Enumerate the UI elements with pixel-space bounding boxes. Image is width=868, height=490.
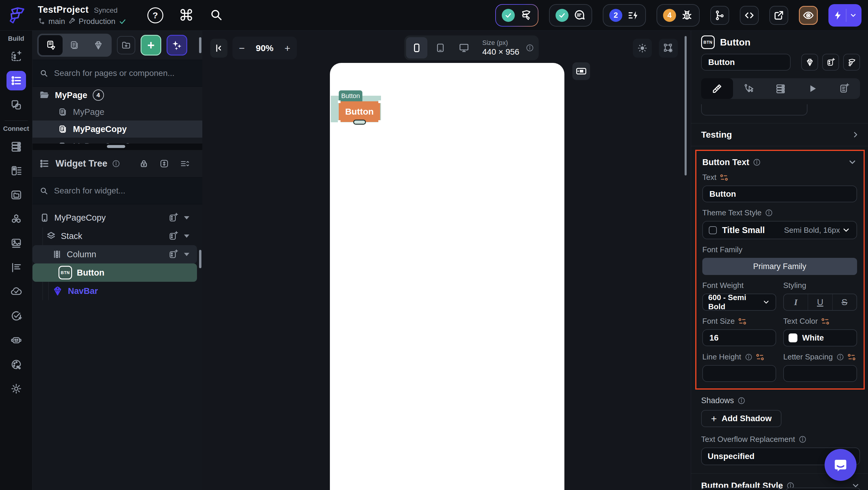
line-height-input[interactable]	[702, 365, 776, 382]
set-from-variable-icon[interactable]	[822, 318, 830, 325]
rail-settings-button[interactable]	[6, 379, 26, 398]
testing-section-header[interactable]: Testing	[701, 123, 860, 146]
size-info-icon[interactable]	[526, 44, 534, 52]
resize-handle[interactable]	[353, 120, 366, 125]
font-family-button[interactable]: Primary Family	[702, 258, 857, 275]
width-input-clipped[interactable]	[701, 488, 780, 490]
button-text-section-header[interactable]: Button Text	[702, 156, 857, 169]
font-weight-select[interactable]: 600 - Semi Bold	[702, 294, 776, 311]
canvas-settings-button[interactable]	[659, 39, 678, 58]
collapse-panel-button[interactable]	[210, 39, 227, 58]
text-color-picker[interactable]: White	[783, 329, 857, 346]
strikethrough-toggle[interactable]: S	[833, 294, 857, 310]
page-item-mypagecopy[interactable]: MyPageCopy	[32, 121, 202, 137]
ai-edit-button[interactable]	[843, 54, 860, 70]
flutterflow-logo[interactable]	[0, 6, 32, 25]
set-from-variable-icon[interactable]	[720, 174, 728, 181]
issues-pill[interactable]: 4	[656, 4, 700, 27]
page-item-mypage[interactable]: MyPage	[32, 103, 202, 121]
expand-vertical-icon[interactable]	[159, 159, 169, 169]
set-from-variable-icon[interactable]	[738, 318, 747, 325]
rail-database-button[interactable]	[6, 137, 26, 156]
info-icon[interactable]	[799, 435, 807, 443]
widget-search-input[interactable]	[54, 186, 195, 195]
rail-files-button[interactable]	[6, 185, 26, 205]
theme-text-style-select[interactable]: Title Small Semi Bold, 16px	[702, 221, 857, 239]
tab-pages-only[interactable]	[63, 35, 87, 55]
node-collapse-caret[interactable]	[184, 253, 189, 256]
help-button[interactable]: ?	[147, 7, 163, 23]
widget-tree-info-icon[interactable]	[112, 159, 120, 168]
comments-pill[interactable]	[549, 4, 592, 27]
ai-generate-page-button[interactable]	[166, 35, 187, 56]
phone-preview-frame[interactable]	[330, 63, 564, 490]
wrap-widget-button[interactable]	[822, 54, 839, 70]
info-icon[interactable]	[753, 158, 761, 166]
rail-components-button[interactable]	[6, 95, 26, 115]
add-shadow-button[interactable]: + Add Shadow	[701, 410, 781, 427]
info-icon[interactable]	[836, 353, 844, 361]
tree-node-button[interactable]: BTN Button	[32, 264, 197, 282]
open-external-button[interactable]	[769, 6, 788, 25]
tab-components-only[interactable]	[86, 35, 110, 55]
theme-style-checkbox[interactable]	[709, 226, 717, 234]
selection-corner-handle[interactable]	[338, 120, 341, 123]
add-page-button[interactable]: +	[141, 35, 161, 56]
tab-pages-and-components[interactable]	[39, 35, 63, 55]
tab-actions[interactable]	[733, 78, 765, 99]
add-widget-icon[interactable]	[168, 231, 179, 241]
todo-pill[interactable]: 2	[603, 4, 646, 27]
command-menu-button[interactable]: ⌘	[179, 8, 194, 23]
rail-integrations-button[interactable]	[6, 209, 26, 229]
pages-list-hscroll-thumb[interactable]	[107, 145, 125, 148]
device-phone-button[interactable]	[406, 37, 427, 59]
canvas-button-widget[interactable]: Button	[339, 101, 380, 122]
tab-documentation[interactable]	[828, 78, 860, 99]
run-button[interactable]	[829, 4, 862, 27]
new-folder-button[interactable]	[117, 36, 135, 54]
info-icon[interactable]	[738, 397, 745, 405]
rail-tests-button[interactable]	[6, 306, 26, 326]
convert-to-component-button[interactable]	[801, 54, 818, 70]
font-size-input[interactable]	[702, 329, 776, 346]
info-icon[interactable]	[745, 353, 752, 361]
frame-toolbar-toggle-button[interactable]	[572, 62, 590, 80]
node-collapse-caret[interactable]	[184, 235, 189, 238]
tree-node-navbar[interactable]: NavBar	[32, 282, 197, 300]
code-view-button[interactable]	[740, 6, 759, 25]
canvas-area[interactable]: − 90% + Size (px) 440 × 956	[202, 31, 691, 490]
tree-node-column[interactable]: Column	[32, 245, 197, 264]
selection-corner-handle[interactable]	[338, 100, 341, 103]
chat-support-launcher[interactable]	[825, 449, 857, 481]
collapse-tree-icon[interactable]	[180, 159, 190, 169]
rail-ai-agents-button[interactable]	[6, 331, 26, 350]
widget-name-input[interactable]	[701, 54, 790, 70]
underline-toggle[interactable]: U	[808, 294, 832, 310]
branch-manager-button[interactable]	[710, 6, 729, 25]
canvas-scrollbar-thumb[interactable]	[685, 36, 687, 176]
info-icon[interactable]	[765, 209, 773, 217]
add-widget-icon[interactable]	[168, 249, 179, 259]
selection-corner-handle[interactable]	[378, 100, 381, 103]
tree-node-stack[interactable]: Stack	[32, 227, 197, 245]
set-from-variable-icon[interactable]	[848, 354, 856, 361]
tab-backend-query[interactable]	[765, 78, 797, 99]
zoom-in-button[interactable]: +	[284, 43, 290, 53]
environment-name[interactable]: Production	[79, 17, 115, 26]
widget-tree-scrollbar-thumb[interactable]	[199, 250, 202, 268]
tab-animations[interactable]	[797, 78, 829, 99]
rail-page-selector-button[interactable]	[6, 71, 26, 90]
pages-panel-scrollbar-thumb[interactable]	[199, 37, 202, 53]
selection-corner-handle[interactable]	[378, 120, 381, 123]
set-from-variable-icon[interactable]	[756, 354, 764, 361]
search-button[interactable]	[209, 8, 223, 23]
add-widget-icon[interactable]	[168, 212, 179, 223]
device-tablet-button[interactable]	[430, 37, 451, 59]
rail-theme-button[interactable]	[6, 355, 26, 374]
node-collapse-caret[interactable]	[184, 216, 189, 219]
rail-cloud-button[interactable]	[6, 282, 26, 302]
ai-review-pill[interactable]	[495, 4, 538, 27]
branch-name[interactable]: main	[49, 17, 65, 26]
rail-media-button[interactable]	[6, 234, 26, 253]
letter-spacing-input[interactable]	[783, 365, 857, 382]
